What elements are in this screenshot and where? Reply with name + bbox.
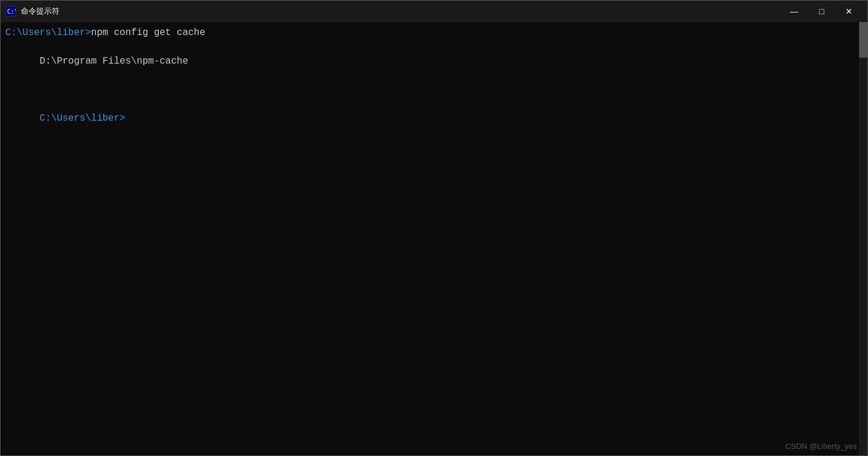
minimize-button[interactable]: —	[781, 1, 808, 22]
scrollbar[interactable]	[859, 22, 867, 455]
close-button[interactable]: ✕	[835, 1, 863, 22]
terminal-line-4: C:\Users\liber>	[5, 97, 863, 140]
svg-text:C:\: C:\	[7, 8, 15, 15]
title-bar-controls: — □ ✕	[781, 1, 863, 22]
terminal-body[interactable]: C:\Users\liber>npm config get cache D:\P…	[1, 22, 867, 455]
cmd-icon: C:\	[5, 6, 16, 17]
prompt-2: C:\Users\liber>	[40, 113, 126, 124]
title-bar: C:\ 命令提示符 — □ ✕	[1, 1, 867, 22]
terminal-line-2: D:\Program Files\npm-cache	[5, 40, 863, 83]
terminal-line-1: C:\Users\liber>npm config get cache	[5, 26, 863, 40]
window-title: 命令提示符	[21, 6, 59, 17]
terminal-line-3	[5, 83, 863, 97]
maximize-button[interactable]: □	[808, 1, 835, 22]
watermark: CSDN @Liberty_yes	[785, 442, 857, 451]
command-text-1: npm config get cache	[91, 27, 205, 38]
title-bar-left: C:\ 命令提示符	[5, 6, 59, 17]
prompt-1: C:\Users\liber>	[5, 27, 91, 38]
cmd-window: C:\ 命令提示符 — □ ✕ C:\Users\liber>npm confi…	[0, 0, 868, 456]
scrollbar-thumb[interactable]	[859, 22, 867, 58]
output-1: D:\Program Files\npm-cache	[40, 56, 189, 67]
